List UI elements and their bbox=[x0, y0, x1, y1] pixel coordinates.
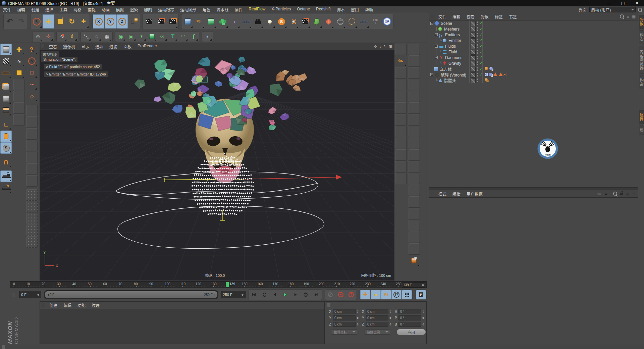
menu-item-对象[interactable]: 对象 bbox=[478, 14, 492, 19]
tree-row-Fluids[interactable]: −Fluids✓ bbox=[429, 43, 638, 49]
minimize-button[interactable]: — bbox=[602, 0, 616, 6]
tree-expander[interactable]: − bbox=[430, 22, 433, 25]
visibility-dots-icon[interactable] bbox=[477, 33, 478, 34]
search-icon[interactable] bbox=[613, 192, 617, 196]
magnet-snap-button[interactable]: U bbox=[0, 156, 12, 168]
goto-start-button[interactable] bbox=[249, 290, 259, 299]
drag-grip[interactable] bbox=[431, 14, 434, 18]
material-orange-icon[interactable] bbox=[485, 67, 488, 70]
panel-tab-层[interactable]: 层 bbox=[639, 126, 644, 135]
rotate-button[interactable]: ↻ bbox=[66, 14, 77, 29]
menu-item-书签[interactable]: 书签 bbox=[506, 14, 520, 19]
menu-item-捕捉[interactable]: 捕捉 bbox=[85, 7, 99, 12]
menu-item-标签[interactable]: 标签 bbox=[492, 14, 506, 19]
menu-item-Octane[interactable]: Octane bbox=[294, 7, 313, 12]
panel-tab-对象[interactable]: 对象 bbox=[639, 15, 644, 29]
drag-grip[interactable] bbox=[42, 303, 45, 307]
coord-combo-缩放比例[interactable]: 缩放比例 bbox=[365, 329, 390, 335]
viewport-canvas[interactable]: YX 透视视图 Simulation "Scene":> Fluid "Flui… bbox=[40, 50, 394, 281]
spinner-icon[interactable] bbox=[357, 310, 359, 313]
render-view-button[interactable] bbox=[143, 14, 155, 29]
apply-button[interactable]: 应用 bbox=[397, 329, 426, 335]
menu-item-Redshift[interactable]: Redshift bbox=[313, 7, 334, 12]
point-cross-button[interactable]: ✛ bbox=[43, 32, 53, 41]
lock-y-button[interactable]: Y bbox=[105, 14, 116, 29]
menu-item-运动图形[interactable]: 运动图形 bbox=[177, 7, 199, 12]
subdivision-surface-button[interactable] bbox=[205, 14, 217, 29]
sketch-material-button[interactable]: S bbox=[276, 14, 287, 29]
home-icon[interactable]: ⌂ bbox=[627, 14, 629, 18]
panel-tab-场次[interactable]: 场次 bbox=[639, 30, 644, 44]
scale-button[interactable]: ↗ bbox=[54, 14, 66, 29]
spline-edit-tool-button[interactable]: ∿↖ bbox=[13, 55, 25, 67]
point-mode-button[interactable] bbox=[0, 81, 12, 93]
play-reverse-button[interactable] bbox=[259, 290, 269, 299]
menu-item-运动跟踪[interactable]: 运动跟踪 bbox=[155, 7, 177, 12]
drag-grip[interactable] bbox=[12, 293, 15, 297]
light-button[interactable] bbox=[264, 14, 275, 29]
target-icon[interactable]: ◎ bbox=[626, 192, 630, 196]
close-button[interactable]: ✕ bbox=[630, 0, 644, 6]
model-mode-button[interactable] bbox=[0, 44, 12, 55]
key-parameter-button[interactable]: P bbox=[391, 290, 401, 299]
particle-group-icon[interactable] bbox=[489, 73, 492, 76]
field-sphere-button[interactable] bbox=[334, 14, 346, 29]
tree-row-Fluid[interactable]: └Fluid✓ bbox=[429, 49, 638, 55]
bend-deformer-button[interactable]: ◖ bbox=[229, 14, 240, 29]
frame-field[interactable]: 139 F bbox=[402, 282, 425, 288]
spinner-icon[interactable] bbox=[422, 310, 424, 313]
play-forward-button[interactable] bbox=[280, 290, 290, 299]
guide-circle-button[interactable]: ◌ bbox=[92, 32, 102, 41]
menu-item-面板[interactable]: 面板 bbox=[120, 44, 135, 49]
spline-arc-button[interactable]: ∿ bbox=[57, 32, 67, 41]
axis-mode-button[interactable]: ∟ bbox=[0, 119, 12, 130]
coord-input-1-Y[interactable]: 0 cm bbox=[366, 315, 388, 320]
menu-item-流水线[interactable]: 流水线 bbox=[213, 7, 231, 12]
visibility-dots-icon[interactable] bbox=[477, 61, 478, 63]
mesh-chain-button[interactable]: ∾ bbox=[157, 32, 167, 41]
tree-row-立方体[interactable]: ├立方体✓ bbox=[429, 66, 638, 72]
psr-null-button[interactable]: PSR0 bbox=[370, 14, 381, 29]
menu-item-RealFlow[interactable]: RealFlow bbox=[246, 7, 268, 12]
particle-blue-icon[interactable] bbox=[489, 67, 493, 70]
qr-updater-button[interactable]: QR bbox=[381, 14, 393, 29]
menu-item-查看[interactable]: 查看 bbox=[46, 44, 60, 49]
record-help-button[interactable]: ? bbox=[346, 290, 356, 299]
visibility-dots-icon[interactable] bbox=[477, 44, 478, 46]
coordinate-system-button[interactable]: ∟ bbox=[128, 14, 140, 29]
layer-swatch[interactable] bbox=[471, 38, 476, 43]
spline-pen-button[interactable]: ✎ bbox=[194, 14, 205, 29]
tree-row-Daemons[interactable]: −YDaemons✓ bbox=[429, 55, 638, 60]
menu-item-雕刻[interactable]: 雕刻 bbox=[141, 7, 155, 12]
texture-mode-button[interactable] bbox=[0, 55, 12, 67]
mospline-button[interactable] bbox=[346, 14, 358, 29]
mesh-explode-button[interactable]: ✶ bbox=[137, 32, 147, 41]
menu-item-创建[interactable]: 创建 bbox=[28, 7, 42, 12]
octane-daemon-button[interactable]: ↓ bbox=[323, 14, 334, 29]
mesh-text-button[interactable]: T bbox=[168, 32, 178, 41]
drag-grip[interactable] bbox=[2, 345, 5, 349]
workplane-lock-button[interactable] bbox=[0, 170, 12, 182]
coord-input-2-H[interactable]: 0 ° bbox=[398, 309, 421, 314]
spinner-icon[interactable] bbox=[241, 294, 244, 296]
key-rotation-button[interactable]: ↻ bbox=[381, 290, 391, 299]
xp-tag-icon[interactable] bbox=[504, 74, 505, 75]
current-frame-field[interactable]: 0 F bbox=[19, 291, 41, 298]
live-selection-button[interactable]: ↖ bbox=[31, 14, 42, 29]
spline-smooth-button[interactable]: ✐ bbox=[67, 32, 77, 41]
visibility-dots-icon[interactable] bbox=[477, 73, 478, 74]
mesh-wrap-button[interactable]: ◠ bbox=[178, 32, 188, 41]
tree-row-Emitters[interactable]: −Emitters✓ bbox=[429, 32, 638, 38]
guide-grid-button[interactable]: ▦ bbox=[102, 32, 112, 41]
alert-tag-icon[interactable] bbox=[499, 72, 503, 76]
search-icon[interactable] bbox=[638, 8, 642, 12]
menu-item-X-Particles[interactable]: X-Particles bbox=[268, 7, 294, 12]
key-position-button[interactable]: ✚ bbox=[360, 290, 370, 299]
poly-select-button[interactable]: ◇ bbox=[26, 91, 38, 102]
loop-button[interactable] bbox=[301, 290, 311, 299]
visibility-dots-icon[interactable] bbox=[477, 21, 478, 23]
menu-item-创建[interactable]: 创建 bbox=[46, 302, 60, 308]
timeline-ruler[interactable]: 0102030405060708090100110120130150160170… bbox=[10, 281, 427, 288]
goto-end-button[interactable] bbox=[311, 290, 321, 299]
prev-frame-button[interactable] bbox=[270, 290, 280, 299]
